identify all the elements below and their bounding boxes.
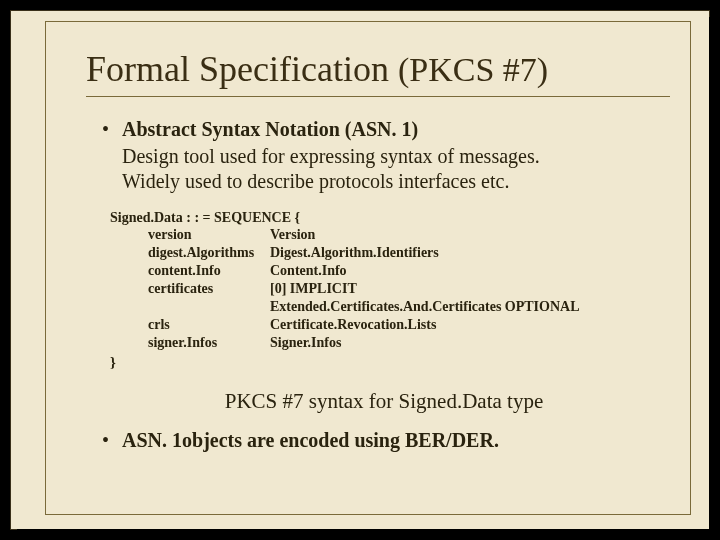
asn-field-type: Version — [270, 226, 315, 244]
bullet-dot-icon: • — [102, 117, 122, 141]
asn-row: Extended.Certificates.And.Certificates O… — [110, 298, 666, 316]
asn-field-name: signer.Infos — [110, 334, 270, 352]
asn-field-name: digest.Algorithms — [110, 244, 270, 262]
bullet-dot-icon: • — [102, 428, 122, 452]
asn-field-name: version — [110, 226, 270, 244]
asn-field-name: content.Info — [110, 262, 270, 280]
asn-field-type: [0] IMPLICIT — [270, 280, 357, 298]
bullet-heading: Abstract Syntax Notation (ASN. 1) — [122, 117, 418, 141]
asn-row: versionVersion — [110, 226, 666, 244]
asn-field-name — [110, 298, 270, 316]
asn-sequence-open: Signed.Data : : = SEQUENCE { — [110, 210, 666, 226]
asn-row: certificates[0] IMPLICIT — [110, 280, 666, 298]
asn-field-type: Signer.Infos — [270, 334, 341, 352]
asn-field-type: Extended.Certificates.And.Certificates O… — [270, 298, 580, 316]
asn-row: crlsCertificate.Revocation.Lists — [110, 316, 666, 334]
slide-content: • Abstract Syntax Notation (ASN. 1) Desi… — [46, 111, 690, 452]
slide-frame: Formal Specification (PKCS #7) • Abstrac… — [45, 21, 691, 515]
asn-field-name: crls — [110, 316, 270, 334]
bullet-body-line: Design tool used for expressing syntax o… — [122, 144, 666, 169]
asn-row: signer.InfosSigner.Infos — [110, 334, 666, 352]
bullet-item: • Abstract Syntax Notation (ASN. 1) — [102, 117, 666, 141]
asn-code-block: Signed.Data : : = SEQUENCE { versionVers… — [110, 210, 666, 371]
slide-card: Formal Specification (PKCS #7) • Abstrac… — [10, 10, 710, 530]
bullet-heading: ASN. 1objects are encoded using BER/DER. — [122, 428, 499, 452]
bullet-body-line: Widely used to describe protocols interf… — [122, 169, 666, 194]
title-paren: (PKCS #7) — [398, 51, 548, 88]
asn-row: digest.AlgorithmsDigest.Algorithm.Identi… — [110, 244, 666, 262]
bullet-item: • ASN. 1objects are encoded using BER/DE… — [102, 428, 666, 452]
title-rule — [86, 96, 670, 97]
slide-title: Formal Specification (PKCS #7) — [46, 22, 690, 94]
asn-field-name: certificates — [110, 280, 270, 298]
asn-field-type: Certificate.Revocation.Lists — [270, 316, 436, 334]
asn-row: content.InfoContent.Info — [110, 262, 666, 280]
title-main: Formal Specification — [86, 49, 398, 89]
shadow-bottom — [17, 529, 717, 535]
asn-field-type: Digest.Algorithm.Identifiers — [270, 244, 439, 262]
asn-sequence-close: } — [110, 352, 666, 371]
asn-field-type: Content.Info — [270, 262, 347, 280]
figure-caption: PKCS #7 syntax for Signed.Data type — [102, 389, 666, 414]
shadow-right — [709, 17, 715, 537]
